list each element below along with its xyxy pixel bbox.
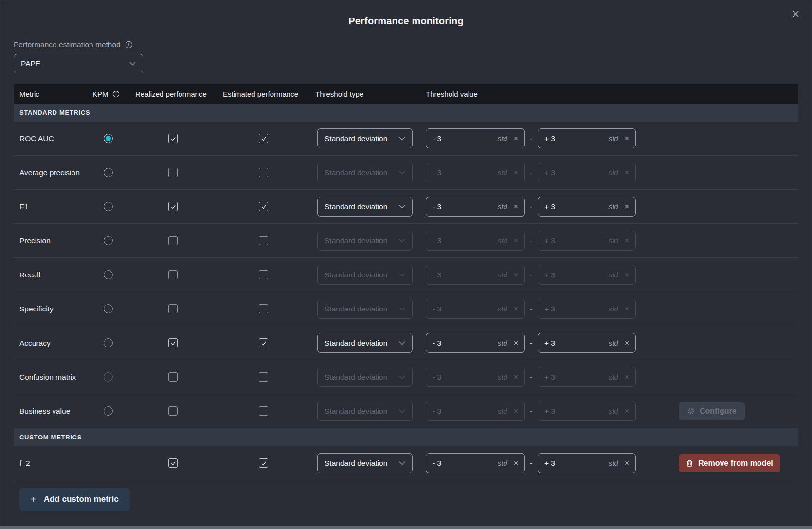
estimated-checkbox[interactable] (259, 304, 268, 313)
metric-label: Recall (19, 271, 40, 279)
clear-icon[interactable]: × (514, 339, 518, 347)
clear-icon[interactable]: × (514, 271, 518, 279)
threshold-upper-input[interactable]: + 3 std × (538, 128, 636, 148)
kpm-radio[interactable] (104, 304, 113, 313)
remove-from-model-button[interactable]: Remove from model (679, 454, 780, 472)
realized-checkbox[interactable] (168, 134, 178, 143)
clear-icon[interactable]: × (625, 459, 629, 467)
clear-icon[interactable]: × (514, 305, 518, 313)
estimated-checkbox[interactable] (259, 458, 268, 468)
clear-icon[interactable]: × (514, 237, 518, 245)
threshold-upper-input[interactable]: + 3 std × (538, 299, 636, 319)
realized-checkbox[interactable] (168, 236, 178, 245)
threshold-upper-value: + 3 (544, 168, 555, 177)
header-threshold-value: Threshold value (426, 90, 798, 98)
add-custom-metric-button[interactable]: + Add custom metric (19, 488, 130, 511)
threshold-type-select[interactable]: Standard deviation (317, 333, 413, 353)
threshold-lower-input[interactable]: - 3 std × (426, 197, 525, 217)
clear-icon[interactable]: × (514, 407, 518, 415)
kpm-radio[interactable] (104, 202, 113, 211)
action-slot: Configure (679, 402, 745, 420)
checkmark-icon (170, 135, 177, 142)
threshold-upper-input[interactable]: + 3 std × (538, 197, 636, 217)
clear-icon[interactable]: × (625, 271, 629, 279)
kpm-radio[interactable] (104, 372, 113, 382)
estimated-checkbox[interactable] (259, 270, 268, 279)
chevron-down-icon (399, 239, 405, 243)
range-separator: - (525, 202, 538, 211)
threshold-upper-input[interactable]: + 3 std × (538, 453, 636, 473)
info-icon[interactable] (125, 41, 133, 49)
realized-checkbox[interactable] (168, 304, 178, 313)
clear-icon[interactable]: × (514, 203, 518, 211)
realized-checkbox[interactable] (168, 202, 178, 211)
kpm-radio[interactable] (104, 168, 113, 177)
threshold-lower-input[interactable]: - 3 std × (426, 231, 525, 251)
estimated-checkbox[interactable] (259, 168, 268, 177)
realized-checkbox[interactable] (168, 270, 178, 279)
clear-icon[interactable]: × (625, 305, 629, 313)
clear-icon[interactable]: × (514, 169, 518, 177)
clear-icon[interactable]: × (625, 339, 629, 347)
clear-icon[interactable]: × (514, 135, 518, 143)
estimated-checkbox[interactable] (259, 338, 268, 347)
threshold-type-select[interactable]: Standard deviation (317, 163, 413, 182)
threshold-lower-input[interactable]: - 3 std × (426, 367, 525, 387)
threshold-upper-input[interactable]: + 3 std × (538, 401, 636, 421)
threshold-lower-input[interactable]: - 3 std × (426, 401, 525, 421)
metric-label: Specificity (19, 305, 54, 313)
threshold-upper-input[interactable]: + 3 std × (538, 333, 636, 353)
kpm-radio[interactable] (104, 236, 113, 245)
threshold-type-select[interactable]: Standard deviation (317, 367, 413, 387)
clear-icon[interactable]: × (514, 459, 518, 467)
threshold-type-select[interactable]: Standard deviation (317, 265, 413, 285)
threshold-lower-input[interactable]: - 3 std × (426, 128, 525, 148)
estimated-checkbox[interactable] (259, 372, 268, 382)
close-button[interactable] (789, 7, 802, 20)
threshold-type-select[interactable]: Standard deviation (317, 401, 413, 421)
threshold-lower-input[interactable]: - 3 std × (426, 453, 525, 473)
realized-checkbox[interactable] (168, 406, 178, 416)
threshold-lower-input[interactable]: - 3 std × (426, 333, 525, 353)
threshold-type-select[interactable]: Standard deviation (317, 231, 413, 251)
kpm-radio[interactable] (104, 270, 113, 279)
threshold-upper-input[interactable]: + 3 std × (538, 231, 636, 251)
threshold-type-select[interactable]: Standard deviation (317, 128, 413, 148)
realized-checkbox[interactable] (168, 338, 178, 347)
threshold-type-select[interactable]: Standard deviation (317, 197, 413, 217)
clear-icon[interactable]: × (625, 407, 629, 415)
threshold-lower-input[interactable]: - 3 std × (426, 265, 525, 285)
kpm-radio[interactable] (104, 406, 113, 416)
clear-icon[interactable]: × (625, 373, 629, 381)
realized-checkbox[interactable] (168, 372, 178, 382)
estimated-checkbox[interactable] (259, 134, 268, 143)
configure-button[interactable]: Configure (679, 402, 745, 420)
threshold-type-select[interactable]: Standard deviation (317, 299, 413, 319)
kpm-radio[interactable] (104, 338, 113, 347)
estimated-checkbox[interactable] (259, 202, 268, 211)
kpm-radio[interactable] (104, 134, 113, 143)
table-row: Confusion matrix Standard deviation - 3 (14, 360, 798, 394)
realized-checkbox[interactable] (168, 458, 178, 468)
threshold-upper-input[interactable]: + 3 std × (538, 367, 636, 387)
std-unit-label: std (609, 407, 618, 415)
section-header: CUSTOM METRICS (14, 428, 798, 446)
realized-checkbox[interactable] (168, 168, 178, 177)
threshold-upper-input[interactable]: + 3 std × (538, 163, 636, 182)
threshold-type-select[interactable]: Standard deviation (317, 453, 413, 473)
threshold-upper-input[interactable]: + 3 std × (538, 265, 636, 285)
estimated-checkbox[interactable] (259, 406, 268, 416)
clear-icon[interactable]: × (625, 203, 629, 211)
threshold-lower-input[interactable]: - 3 std × (426, 299, 525, 319)
info-icon[interactable] (112, 91, 120, 98)
std-unit-label: std (609, 237, 618, 245)
std-unit-label: std (609, 459, 618, 467)
clear-icon[interactable]: × (514, 373, 518, 381)
clear-icon[interactable]: × (625, 135, 629, 143)
std-unit-label: std (498, 305, 507, 313)
clear-icon[interactable]: × (625, 237, 629, 245)
estimation-method-select[interactable]: PAPE (14, 54, 143, 73)
estimated-checkbox[interactable] (259, 236, 268, 245)
threshold-lower-input[interactable]: - 3 std × (426, 163, 525, 182)
clear-icon[interactable]: × (625, 169, 629, 177)
